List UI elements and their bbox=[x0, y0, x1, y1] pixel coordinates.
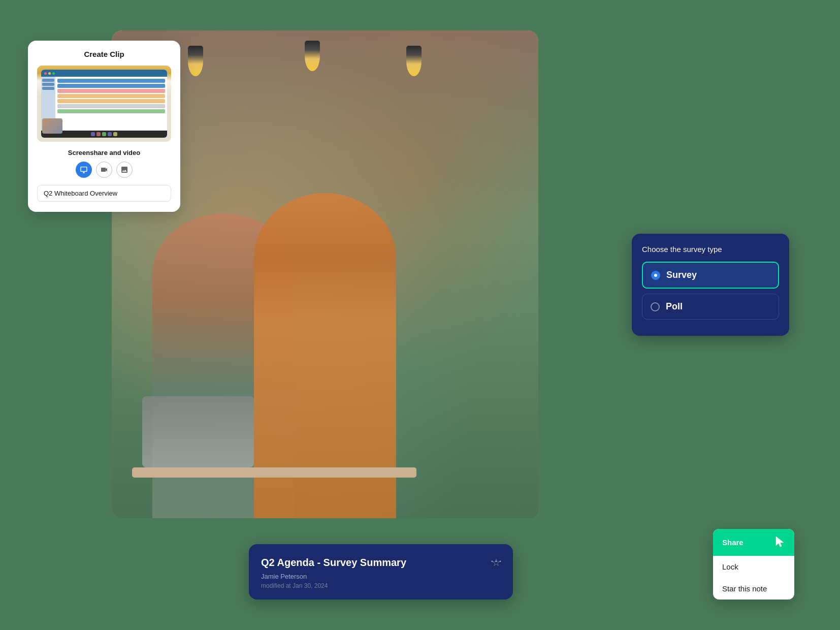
mac-row-orange bbox=[57, 94, 165, 98]
mac-row-green bbox=[57, 109, 165, 113]
context-menu-lock[interactable]: Lock bbox=[713, 556, 794, 578]
mac-main-area bbox=[55, 77, 167, 138]
context-menu: Share Lock Star this note bbox=[713, 529, 794, 600]
clip-icons-row bbox=[37, 162, 171, 178]
survey-radio-selected bbox=[651, 271, 660, 280]
taskbar-icon-5 bbox=[113, 132, 117, 136]
taskbar-icon-4 bbox=[108, 132, 112, 136]
context-menu-share[interactable]: Share bbox=[713, 529, 794, 556]
video-icon bbox=[100, 166, 108, 174]
video-button[interactable] bbox=[96, 162, 112, 178]
context-menu-star[interactable]: Star this note bbox=[713, 578, 794, 600]
note-card: Q2 Agenda - Survey Summary ☆ Jamie Peter… bbox=[249, 544, 513, 600]
table bbox=[132, 467, 416, 478]
create-clip-title: Create Clip bbox=[37, 50, 171, 58]
screenshare-icon bbox=[80, 166, 88, 174]
note-modified: modified at Jan 30, 2024 bbox=[261, 582, 501, 589]
share-label: Share bbox=[722, 538, 744, 547]
mac-minimize-dot bbox=[48, 72, 51, 75]
preview-photo-thumbnail bbox=[42, 118, 62, 134]
laptop bbox=[142, 396, 254, 467]
note-author: Jamie Peterson bbox=[261, 573, 501, 580]
photo-icon bbox=[120, 166, 128, 174]
screenshare-label: Screenshare and video bbox=[37, 149, 171, 156]
clip-name-input[interactable] bbox=[37, 185, 171, 202]
note-title: Q2 Agenda - Survey Summary bbox=[261, 557, 406, 569]
photo-button[interactable] bbox=[116, 162, 133, 178]
lamp-3-icon bbox=[406, 46, 422, 76]
mac-titlebar bbox=[41, 70, 167, 77]
sidebar-item-1 bbox=[42, 79, 54, 82]
mac-row-blue-2 bbox=[57, 84, 165, 88]
survey-option-survey-label: Survey bbox=[666, 270, 697, 280]
survey-option-survey[interactable]: Survey bbox=[642, 262, 779, 289]
screenshare-button[interactable] bbox=[76, 162, 92, 178]
mac-row-pink bbox=[57, 89, 165, 93]
mac-maximize-dot bbox=[52, 72, 55, 75]
mac-row-orange-2 bbox=[57, 99, 165, 103]
mac-close-dot bbox=[44, 72, 47, 75]
note-header: Q2 Agenda - Survey Summary ☆ bbox=[261, 556, 501, 569]
lamp-2-icon bbox=[305, 41, 320, 71]
note-more-button[interactable]: ··· bbox=[491, 554, 503, 568]
survey-option-poll[interactable]: Poll bbox=[642, 294, 779, 320]
sidebar-item-3 bbox=[42, 87, 54, 90]
mac-row-gray bbox=[57, 104, 165, 108]
lock-label: Lock bbox=[722, 562, 738, 571]
taskbar-icon-1 bbox=[91, 132, 95, 136]
cursor-icon bbox=[775, 536, 785, 549]
clip-preview bbox=[37, 66, 171, 142]
taskbar-icon-3 bbox=[102, 132, 106, 136]
lamp-1-icon bbox=[188, 46, 203, 76]
survey-type-card: Choose the survey type Survey Poll bbox=[632, 234, 789, 336]
survey-option-poll-label: Poll bbox=[666, 301, 683, 312]
taskbar-icon-2 bbox=[96, 132, 101, 136]
survey-type-title: Choose the survey type bbox=[642, 245, 779, 254]
sidebar-item-2 bbox=[42, 83, 54, 86]
star-note-label: Star this note bbox=[722, 584, 767, 593]
survey-radio-unselected bbox=[651, 302, 660, 311]
mac-row-blue bbox=[57, 79, 165, 83]
create-clip-card: Create Clip bbox=[28, 41, 180, 212]
